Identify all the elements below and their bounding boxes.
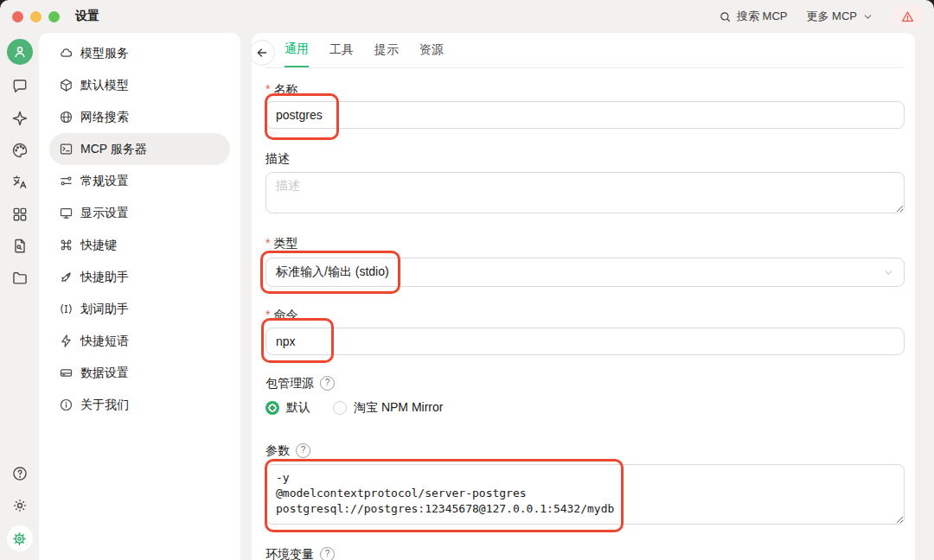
globe-icon (59, 110, 74, 124)
sidebar-item-display-settings[interactable]: 显示设置 (49, 197, 230, 229)
folder-icon[interactable] (10, 268, 30, 289)
sidebar-item-mcp-servers[interactable]: MCP 服务器 (49, 133, 230, 165)
radio-unchecked-icon (333, 401, 347, 415)
sidebar-item-default-models[interactable]: 默认模型 (49, 69, 230, 101)
sidebar-item-model-services[interactable]: 模型服务 (49, 37, 230, 69)
cloud-icon (59, 46, 74, 60)
apps-grid-icon[interactable] (10, 204, 30, 225)
translate-icon[interactable] (10, 172, 30, 193)
required-marker: * (265, 234, 270, 251)
command-icon (59, 238, 74, 252)
sidebar-item-label: 数据设置 (80, 366, 129, 381)
display-icon (59, 206, 74, 220)
search-mcp-button[interactable]: 搜索 MCP (719, 9, 788, 24)
env-field-label: 环境变量 ? (265, 545, 905, 560)
file-search-icon[interactable] (10, 236, 30, 257)
package-icon (59, 78, 74, 92)
sparkle-icon[interactable] (10, 108, 30, 129)
theme-light-icon[interactable] (10, 495, 30, 516)
description-textarea[interactable] (265, 172, 905, 213)
tab-prompts[interactable]: 提示 (374, 33, 399, 67)
harddrive-icon (59, 366, 74, 380)
sidebar-item-general-settings[interactable]: 常规设置 (49, 165, 230, 197)
sidebar-item-shortcuts[interactable]: 快捷键 (49, 229, 230, 261)
radio-checked-icon (265, 401, 279, 415)
info-icon (59, 398, 74, 412)
palette-icon[interactable] (10, 140, 30, 161)
rocket-icon (59, 270, 74, 284)
titlebar: 设置 搜索 MCP 更多 MCP (0, 0, 934, 33)
sidebar-item-label: 快捷短语 (80, 334, 129, 349)
sidebar-item-label: 快捷键 (80, 238, 117, 253)
help-circle-icon[interactable]: ? (320, 547, 335, 560)
registry-radio-group: 默认 淘宝 NPM Mirror (265, 398, 905, 417)
chevron-down-icon (862, 11, 873, 22)
maximize-window-button[interactable] (48, 11, 60, 22)
required-marker: * (265, 306, 270, 323)
sidebar-item-web-search[interactable]: 网络搜索 (49, 101, 230, 133)
name-input[interactable] (265, 101, 905, 129)
sidebar-item-label: 关于我们 (80, 398, 129, 413)
more-mcp-button[interactable]: 更多 MCP (807, 9, 874, 24)
chat-icon[interactable] (10, 76, 30, 97)
zap-icon (59, 334, 74, 348)
sidebar-item-label: 显示设置 (80, 206, 129, 221)
sidebar-item-quick-phrases[interactable]: 快捷短语 (49, 325, 230, 357)
help-circle-icon[interactable]: ? (296, 443, 310, 458)
type-select[interactable]: 标准输入/输出 (stdio) (265, 258, 905, 287)
settings-gear-icon[interactable] (7, 525, 33, 551)
minimize-window-button[interactable] (30, 11, 42, 22)
sidebar-item-label: 模型服务 (80, 46, 129, 61)
page-title: 设置 (75, 9, 99, 24)
sidebar-item-selection-assistant[interactable]: 划词助手 (49, 293, 230, 325)
help-icon[interactable] (10, 463, 30, 484)
sidebar-item-label: 默认模型 (80, 78, 129, 93)
sidebar-item-label: 快捷助手 (80, 270, 129, 285)
icon-rail (0, 33, 39, 560)
settings-window: 设置 搜索 MCP 更多 MCP (0, 0, 934, 560)
close-window-button[interactable] (12, 11, 23, 22)
settings-sidebar: 模型服务 默认模型 网络搜索 MCP 服务器 常规设置 显示设置 快捷键 快捷 (39, 33, 240, 560)
rail-footer (0, 452, 39, 551)
required-marker: * (265, 80, 270, 98)
tab-bar: 通用 工具 提示 资源 (265, 33, 905, 68)
window-controls (12, 11, 60, 22)
tab-tools[interactable]: 工具 (329, 33, 354, 67)
sidebar-item-label: 常规设置 (80, 174, 129, 189)
sidebar-item-about[interactable]: 关于我们 (49, 389, 230, 421)
args-field-label: 参数 ? (265, 442, 905, 459)
search-icon (719, 10, 732, 23)
command-field-label: * 命令 (265, 306, 905, 323)
description-field-label: 描述 (265, 150, 905, 167)
sliders-icon (59, 174, 74, 188)
chevron-down-icon (883, 267, 894, 278)
sidebar-item-label: 划词助手 (80, 302, 129, 317)
text-select-icon (59, 302, 74, 316)
more-mcp-label: 更多 MCP (807, 9, 858, 24)
user-avatar[interactable] (7, 39, 33, 65)
type-select-value: 标准输入/输出 (stdio) (276, 264, 389, 280)
tab-resources[interactable]: 资源 (419, 33, 444, 67)
args-textarea[interactable]: -y @modelcontextprotocol/server-postgres… (265, 464, 905, 525)
terminal-icon (59, 142, 74, 156)
type-field-label: * 类型 (265, 234, 905, 251)
name-field-label: * 名称 (265, 80, 905, 98)
back-button[interactable] (252, 40, 275, 66)
registry-option-taobao-mirror[interactable]: 淘宝 NPM Mirror (333, 400, 443, 416)
help-circle-icon[interactable]: ? (320, 376, 335, 391)
tab-general[interactable]: 通用 (285, 33, 309, 67)
sidebar-item-label: MCP 服务器 (80, 142, 147, 157)
server-form: * 名称 描述 * 类型 标准输入/输出 (stdio) * 命令 (265, 80, 905, 560)
registry-option-default[interactable]: 默认 (265, 400, 310, 416)
warning-triangle-icon (900, 10, 915, 24)
sidebar-item-label: 网络搜索 (80, 110, 129, 125)
search-mcp-label: 搜索 MCP (737, 9, 788, 24)
sidebar-item-data-settings[interactable]: 数据设置 (49, 357, 230, 389)
mcp-server-detail-panel: 通用 工具 提示 资源 * 名称 描述 * 类型 标准输入/输出 (stdio) (252, 33, 915, 560)
warning-status-button[interactable] (892, 5, 922, 28)
command-input[interactable] (265, 328, 905, 355)
sidebar-item-quick-assistant[interactable]: 快捷助手 (49, 261, 230, 293)
registry-field-label: 包管理源 ? (265, 374, 905, 391)
